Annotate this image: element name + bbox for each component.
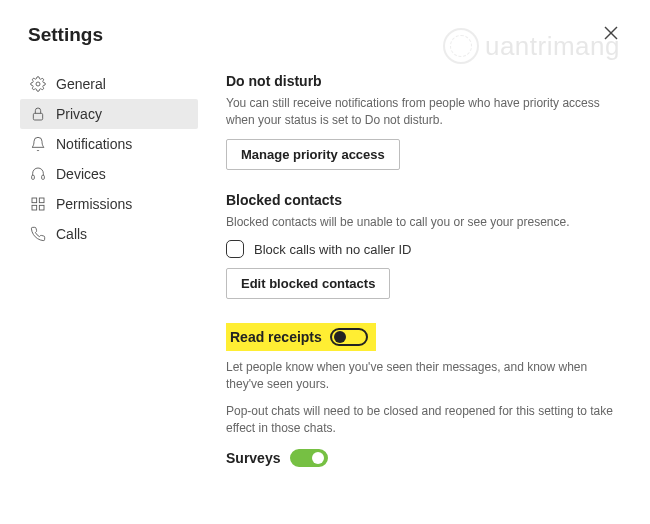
toggle-knob xyxy=(334,331,346,343)
headset-icon xyxy=(30,166,46,182)
close-icon xyxy=(604,26,618,40)
sidebar-item-label: General xyxy=(56,76,106,92)
dnd-heading: Do not disturb xyxy=(226,73,620,89)
block-no-caller-id-label: Block calls with no caller ID xyxy=(254,242,412,257)
sidebar-item-calls[interactable]: Calls xyxy=(20,219,198,249)
sidebar-item-permissions[interactable]: Permissions xyxy=(20,189,198,219)
svg-rect-5 xyxy=(42,175,45,179)
surveys-toggle[interactable] xyxy=(290,449,328,467)
svg-point-2 xyxy=(36,82,40,86)
page-title: Settings xyxy=(28,24,103,46)
svg-rect-3 xyxy=(33,113,42,120)
toggle-knob xyxy=(312,452,324,464)
close-button[interactable] xyxy=(600,22,622,47)
sidebar-item-notifications[interactable]: Notifications xyxy=(20,129,198,159)
apps-icon xyxy=(30,196,46,212)
read-receipts-description-2: Pop-out chats will need to be closed and… xyxy=(226,403,620,437)
block-no-caller-id-checkbox[interactable] xyxy=(226,240,244,258)
sidebar-item-devices[interactable]: Devices xyxy=(20,159,198,189)
bell-icon xyxy=(30,136,46,152)
dnd-description: You can still receive notifications from… xyxy=(226,95,620,129)
gear-icon xyxy=(30,76,46,92)
sidebar-item-label: Notifications xyxy=(56,136,132,152)
svg-rect-9 xyxy=(39,205,44,210)
sidebar-item-label: Devices xyxy=(56,166,106,182)
sidebar: General Privacy Notifications Devices Pe xyxy=(20,59,198,467)
blocked-contacts-description: Blocked contacts will be unable to call … xyxy=(226,214,620,231)
sidebar-item-privacy[interactable]: Privacy xyxy=(20,99,198,129)
content-panel: Do not disturb You can still receive not… xyxy=(198,59,630,467)
sidebar-item-general[interactable]: General xyxy=(20,69,198,99)
read-receipts-row: Read receipts xyxy=(226,323,376,351)
phone-icon xyxy=(30,226,46,242)
sidebar-item-label: Permissions xyxy=(56,196,132,212)
lock-icon xyxy=(30,106,46,122)
read-receipts-toggle[interactable] xyxy=(330,328,368,346)
svg-rect-8 xyxy=(32,205,37,210)
sidebar-item-label: Calls xyxy=(56,226,87,242)
read-receipts-heading: Read receipts xyxy=(230,329,322,345)
svg-rect-6 xyxy=(32,198,37,203)
surveys-heading: Surveys xyxy=(226,450,280,466)
svg-rect-7 xyxy=(39,198,44,203)
manage-priority-access-button[interactable]: Manage priority access xyxy=(226,139,400,170)
edit-blocked-contacts-button[interactable]: Edit blocked contacts xyxy=(226,268,390,299)
sidebar-item-label: Privacy xyxy=(56,106,102,122)
blocked-contacts-heading: Blocked contacts xyxy=(226,192,620,208)
svg-rect-4 xyxy=(32,175,35,179)
read-receipts-description-1: Let people know when you've seen their m… xyxy=(226,359,620,393)
